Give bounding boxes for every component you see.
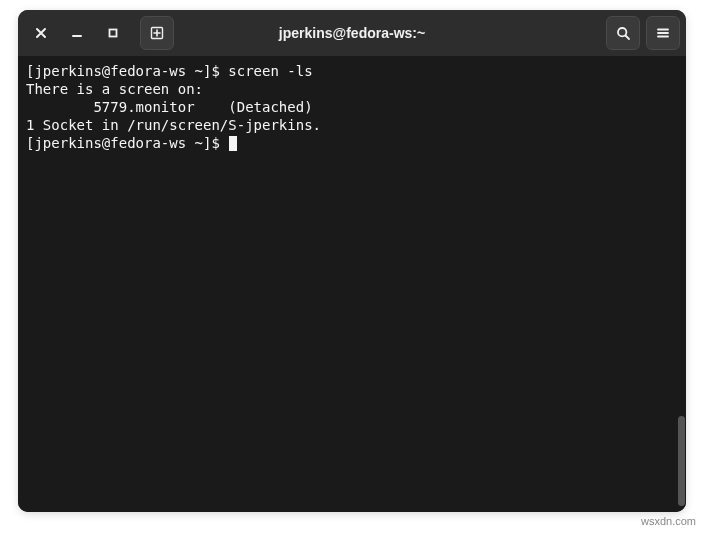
command: screen -ls: [228, 63, 312, 79]
scrollbar-thumb[interactable]: [678, 416, 685, 506]
terminal-output[interactable]: [jperkins@fedora-ws ~]$ screen -lsThere …: [18, 56, 686, 512]
titlebar-left-controls: [24, 16, 174, 50]
terminal-line: 1 Socket in /run/screen/S-jperkins.: [26, 116, 678, 134]
maximize-icon: [107, 27, 119, 39]
svg-rect-0: [110, 30, 117, 37]
minimize-button[interactable]: [60, 16, 94, 50]
watermark: wsxdn.com: [641, 515, 696, 527]
prompt: [jperkins@fedora-ws ~]$: [26, 135, 228, 151]
titlebar-right-controls: [606, 16, 680, 50]
prompt: [jperkins@fedora-ws ~]$: [26, 63, 228, 79]
maximize-button[interactable]: [96, 16, 130, 50]
terminal-line: 5779.monitor (Detached): [26, 98, 678, 116]
new-tab-button[interactable]: [140, 16, 174, 50]
close-icon: [35, 27, 47, 39]
titlebar: jperkins@fedora-ws:~: [18, 10, 686, 56]
close-button[interactable]: [24, 16, 58, 50]
minimize-icon: [71, 27, 83, 39]
hamburger-icon: [656, 26, 670, 40]
terminal-line: [jperkins@fedora-ws ~]$: [26, 134, 678, 152]
terminal-line: [jperkins@fedora-ws ~]$ screen -ls: [26, 62, 678, 80]
search-button[interactable]: [606, 16, 640, 50]
terminal-line: There is a screen on:: [26, 80, 678, 98]
cursor: [229, 136, 237, 151]
search-icon: [616, 26, 631, 41]
new-tab-icon: [149, 25, 165, 41]
menu-button[interactable]: [646, 16, 680, 50]
terminal-window: jperkins@fedora-ws:~ [jperkins@fedora-ws…: [18, 10, 686, 512]
